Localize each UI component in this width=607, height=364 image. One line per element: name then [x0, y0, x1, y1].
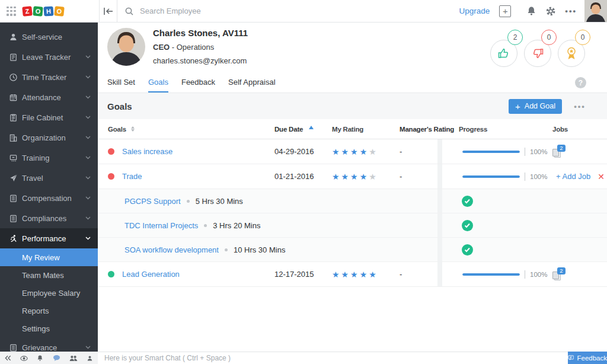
sidebar-item-compliances[interactable]: Compliances [0, 208, 98, 228]
sidebar-item-file-cabinet[interactable]: File Cabinet [0, 107, 98, 127]
search-employee-input[interactable]: Search Employee [124, 7, 201, 16]
goals-more-options-icon[interactable]: ••• [562, 102, 598, 111]
progress-bar [462, 175, 520, 178]
sort-icon[interactable] [131, 126, 135, 132]
job-time: 10 Hrs 30 Mins [234, 245, 285, 254]
tab-self-appraisal[interactable]: Self Appraisal [228, 73, 276, 92]
jobs-icon[interactable]: 2 [552, 267, 566, 282]
job-complete-icon [462, 244, 473, 256]
smart-chat-input[interactable]: Here is your Smart Chat ( Ctrl + Space ) [98, 352, 568, 364]
employee-name: Charles Stones, AV111 [153, 28, 248, 38]
sidebar-subitem-my-review[interactable]: My Review [0, 248, 98, 266]
my-rating-stars[interactable]: ★★★★★ [332, 270, 378, 279]
thumbs-up-count: 2 [507, 30, 523, 45]
award-badge[interactable]: 0 [558, 40, 585, 67]
goals-section-title: Goals [107, 101, 132, 111]
sidebar-item-attendance[interactable]: Attendance [0, 87, 98, 107]
column-due-date[interactable]: Due Date [274, 126, 303, 133]
sidebar-item-training[interactable]: Training [0, 148, 98, 168]
smart-chat-icon[interactable] [53, 355, 60, 362]
top-bar: ZOHO Search Employee Upgrade + ••• [0, 0, 607, 23]
goal-link[interactable]: Lead Generation [122, 270, 180, 279]
column-progress[interactable]: Progress [442, 119, 539, 139]
jobs-count-badge: 2 [557, 145, 566, 152]
zoho-logo: ZOHO [23, 7, 64, 16]
goals-toolbar: Goals +Add Goal ••• [98, 93, 607, 119]
sidebar-item-grievance[interactable]: Grievance [0, 337, 98, 352]
sidebar-item-time-tracker[interactable]: Time Tracker [0, 67, 98, 87]
goal-row-sales-increase: Sales increase 04-29-2016 ★★★★★ - 100% 2 [98, 139, 607, 164]
status-dot [108, 271, 114, 277]
review-tabs: Skill Set Goals Feedback Self Appraisal … [98, 73, 607, 93]
job-complete-icon [462, 220, 473, 231]
award-count: 0 [575, 30, 590, 45]
job-time: 3 Hrs 20 Mins [213, 221, 260, 230]
my-rating-stars[interactable]: ★★★★★ [332, 172, 378, 181]
sidebar-item-leave-tracker[interactable]: Leave Tracker [0, 47, 98, 67]
training-icon [8, 153, 18, 162]
column-my-rating[interactable]: My Rating [322, 119, 389, 139]
job-link[interactable]: SOA workflow development [124, 245, 219, 254]
calendar-icon [8, 92, 18, 102]
delete-goal-icon[interactable]: ✕ [598, 172, 605, 181]
tab-feedback[interactable]: Feedback [181, 73, 215, 92]
search-icon [124, 7, 134, 16]
sidebar-item-compensation[interactable]: Compensation [0, 188, 98, 208]
goal-link[interactable]: Sales increase [122, 147, 172, 156]
add-goal-button[interactable]: +Add Goal [509, 99, 562, 114]
sidebar-subitem-reports[interactable]: Reports [0, 302, 98, 320]
alerts-bell-icon[interactable] [37, 355, 43, 362]
notifications-bell-icon[interactable] [526, 6, 536, 16]
compensation-icon [8, 193, 18, 203]
add-icon[interactable]: + [499, 5, 511, 17]
sort-ascending-icon[interactable] [309, 126, 314, 129]
sidebar-subitem-settings[interactable]: Settings [0, 320, 98, 337]
user-avatar[interactable] [584, 0, 607, 22]
settings-gear-icon[interactable] [545, 6, 556, 17]
job-link[interactable]: TDC Internal Projects [124, 221, 198, 230]
thumbs-up-icon [497, 46, 511, 60]
my-rating-stars[interactable]: ★★★★★ [332, 147, 378, 157]
sidebar-subitem-employee-salary[interactable]: Employee Salary [0, 284, 98, 302]
clock-icon [8, 72, 18, 82]
chevron-down-icon [85, 55, 91, 59]
job-time: 5 Hrs 30 Mins [196, 197, 243, 206]
job-row-tdc-internal-projects: TDC Internal Projects3 Hrs 20 Mins [98, 213, 607, 238]
compliances-icon [8, 213, 18, 223]
thumbs-down-badge[interactable]: 0 [524, 40, 551, 67]
sidebar-nav: Self-service Leave Tracker Time Tracker … [0, 23, 98, 352]
feedback-button[interactable]: Feedback [568, 352, 607, 364]
tab-goals[interactable]: Goals [148, 73, 168, 92]
app-grid-icon[interactable] [7, 7, 16, 16]
chevron-down-icon [85, 136, 91, 139]
organization-icon [8, 133, 18, 142]
goal-link[interactable]: Trade [122, 172, 142, 181]
sidebar-item-travel[interactable]: Travel [0, 168, 98, 188]
chevron-down-icon [85, 196, 91, 200]
jobs-icon[interactable]: 2 [552, 145, 566, 159]
help-icon[interactable]: ? [575, 77, 586, 88]
job-link[interactable]: PGCPS Support [124, 197, 181, 206]
column-managers-rating[interactable]: Manager's Rating [389, 119, 437, 139]
thumbs-up-badge[interactable]: 2 [490, 40, 517, 67]
tab-skill-set[interactable]: Skill Set [107, 73, 135, 92]
chevron-down-icon [85, 176, 91, 180]
upgrade-link[interactable]: Upgrade [459, 7, 490, 15]
employee-email: charles.stones@zylker.com [153, 56, 248, 65]
sidebar-item-self-service[interactable]: Self-service [0, 27, 98, 47]
column-goals[interactable]: Goals [108, 126, 126, 133]
collapse-sidebar-icon[interactable] [99, 0, 117, 22]
sidebar-subitem-team-mates[interactable]: Team Mates [0, 266, 98, 284]
profile-icon[interactable] [87, 355, 93, 362]
due-date: 04-29-2016 [264, 139, 322, 164]
collapse-chat-icon[interactable] [5, 355, 11, 361]
column-jobs[interactable]: Jobs [539, 119, 607, 139]
colleagues-icon[interactable] [69, 355, 78, 362]
travel-plane-icon [8, 173, 18, 183]
kiosk-icon[interactable] [20, 355, 28, 362]
sidebar-item-organization[interactable]: Organization [0, 127, 98, 148]
more-options-icon[interactable]: ••• [565, 7, 577, 15]
add-job-link[interactable]: + Add Job [556, 172, 590, 181]
sidebar-item-performance[interactable]: Performance [0, 228, 98, 248]
due-date: 12-17-2015 [264, 262, 322, 286]
